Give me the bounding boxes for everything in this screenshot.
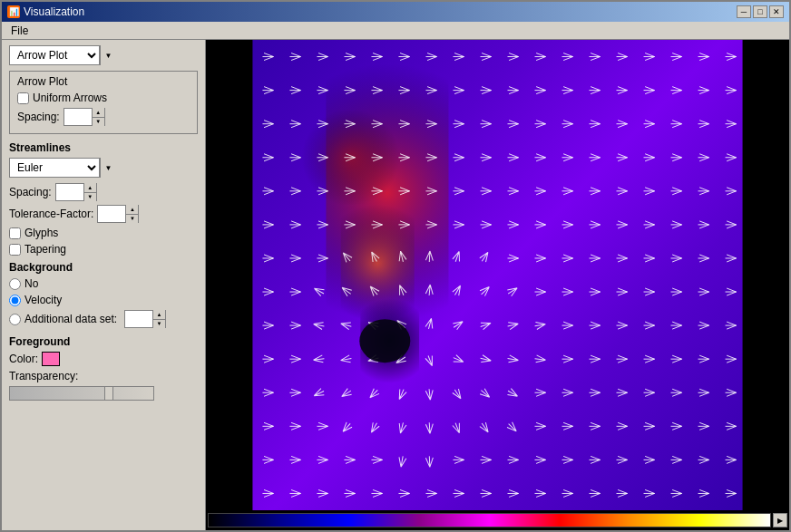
streamlines-spacing-arrows: ▲ ▼ [83,183,96,201]
arrow-plot-group: Arrow Plot Uniform Arrows Spacing: 20 ▲ … [9,71,198,134]
tolerance-down[interactable]: ▼ [126,215,138,224]
arrow-plot-group-title: Arrow Plot [17,75,190,88]
background-velocity-radio[interactable] [9,295,21,306]
arrow-spacing-arrows: ▲ ▼ [92,108,104,126]
tapering-row: Tapering [9,243,198,256]
foreground-transparency-row: Transparency: [9,370,198,382]
background-label: Background [9,261,198,274]
glyphs-row: Glyphs [9,227,198,239]
right-panel: ▶ [206,40,789,530]
main-window: 📊 Visualization ─ □ ✕ File Arrow Plot St… [0,0,791,532]
tolerance-row: Tolerance-Factor: 50 ▲ ▼ [9,205,198,223]
title-bar-buttons: ─ □ ✕ [737,5,784,18]
glyphs-checkbox[interactable] [9,227,21,239]
title-bar-left: 📊 Visualization [7,5,84,18]
foreground-color-swatch[interactable] [42,352,60,366]
foreground-label: Foreground [9,335,198,348]
close-button[interactable]: ✕ [769,5,784,18]
left-panel: Arrow Plot Streamlines Glyphs ▼ Arrow Pl… [2,40,206,530]
streamlines-method-row: Euler Runge-Kutta ▼ [9,158,198,178]
foreground-transparency-label: Transparency: [9,370,78,382]
foreground-section: Foreground Color: Transparency: [9,335,198,403]
arrow-spacing-label: Spacing: [17,111,60,123]
dropdown-arrow-icon[interactable]: ▼ [100,45,116,65]
background-no-radio[interactable] [9,278,21,290]
title-bar: 📊 Visualization ─ □ ✕ [2,2,789,22]
tapering-checkbox[interactable] [9,244,21,256]
menu-file[interactable]: File [5,24,34,38]
foreground-color-label: Color: [9,353,38,365]
tolerance-input[interactable]: 50 [98,208,125,220]
uniform-arrows-row: Uniform Arrows [17,92,190,104]
dataset-input[interactable]: 1 [125,313,152,325]
tolerance-spinbox[interactable]: 50 ▲ ▼ [97,205,139,223]
streamlines-label: Streamlines [9,141,198,154]
uniform-arrows-label: Uniform Arrows [33,92,107,104]
tolerance-up[interactable]: ▲ [126,205,138,215]
dataset-down[interactable]: ▼ [153,320,165,329]
streamlines-spacing-down[interactable]: ▼ [84,193,96,202]
visualization-type-select[interactable]: Arrow Plot Streamlines Glyphs [10,48,99,63]
background-dataset-row: Additional data set: 1 ▲ ▼ [9,310,198,328]
dataset-spinbox[interactable]: 1 ▲ ▼ [124,310,166,328]
background-section: Background No Velocity Additional data s… [9,261,198,328]
viz-area [206,40,789,510]
dataset-arrows: ▲ ▼ [152,310,165,328]
streamlines-spacing-up[interactable]: ▲ [84,183,96,193]
arrow-spacing-down[interactable]: ▼ [93,118,104,127]
foreground-color-row: Color: [9,352,198,366]
visualization-type-dropdown[interactable]: Arrow Plot Streamlines Glyphs [9,45,100,65]
streamlines-method-select[interactable]: Euler Runge-Kutta [10,160,99,175]
streamlines-spacing-label: Spacing: [9,186,52,198]
arrow-spacing-row: Spacing: 20 ▲ ▼ [17,108,190,126]
minimize-button[interactable]: ─ [737,5,751,18]
scroll-right-button[interactable]: ▶ [773,513,787,527]
streamlines-spacing-input[interactable]: 32 [56,186,83,198]
streamlines-spacing-row: Spacing: 32 ▲ ▼ [9,183,198,201]
background-dataset-label: Additional data set: [24,313,117,325]
menu-bar: File [2,22,789,40]
arrow-spacing-input[interactable]: 20 [64,111,92,123]
streamlines-method-dropdown[interactable]: Euler Runge-Kutta [9,158,100,178]
colorbar [208,513,771,527]
arrow-spacing-spinbox[interactable]: 20 ▲ ▼ [63,108,105,126]
streamlines-section: Streamlines Euler Runge-Kutta ▼ Spacing:… [9,141,198,256]
colorbar-row: ▶ [206,510,789,530]
transparency-slider-container [9,386,198,403]
tapering-label: Tapering [24,243,66,256]
tolerance-arrows: ▲ ▼ [125,205,138,223]
uniform-arrows-checkbox[interactable] [17,92,29,104]
app-icon: 📊 [7,5,20,18]
arrow-spacing-up[interactable]: ▲ [93,108,104,118]
viz-canvas [206,40,789,510]
glyphs-label: Glyphs [24,227,58,239]
background-dataset-radio[interactable] [9,314,21,325]
background-velocity-row: Velocity [9,294,198,306]
window-title: Visualization [24,5,84,18]
background-velocity-label: Velocity [24,294,62,306]
main-content: Arrow Plot Streamlines Glyphs ▼ Arrow Pl… [2,40,789,530]
visualization-type-row: Arrow Plot Streamlines Glyphs ▼ [9,45,198,65]
maximize-button[interactable]: □ [753,5,767,18]
background-no-label: No [24,277,38,290]
streamlines-spacing-spinbox[interactable]: 32 ▲ ▼ [55,183,97,201]
dataset-up[interactable]: ▲ [153,310,165,320]
streamlines-method-arrow-icon[interactable]: ▼ [100,158,116,178]
background-no-row: No [9,277,198,290]
transparency-slider[interactable] [9,386,154,401]
tolerance-label: Tolerance-Factor: [9,208,93,220]
